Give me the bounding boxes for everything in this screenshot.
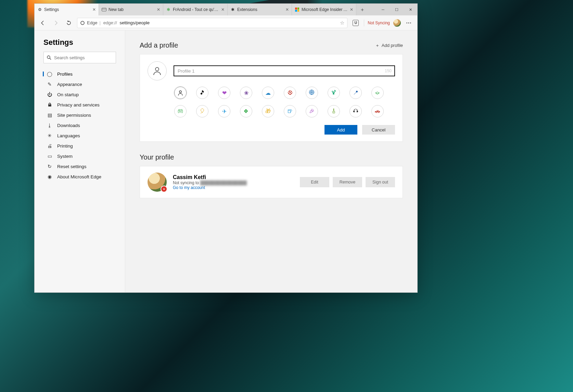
avatar-option-balloons[interactable]: 🎈︎ <box>196 105 208 117</box>
avatar-option-planet[interactable]: 🪐︎ <box>371 87 384 99</box>
profile-actions: Edit Remove Sign out <box>300 177 395 187</box>
download-icon: ⭳ <box>47 123 52 128</box>
go-to-account-link[interactable]: Go to my account <box>173 185 294 190</box>
menu-about[interactable]: ◉About Microsoft Edge <box>35 172 125 182</box>
menu-languages[interactable]: ✳Languages <box>35 130 125 141</box>
separator <box>364 20 364 26</box>
profile-avatar-small[interactable] <box>393 19 401 27</box>
sync-status-label[interactable]: Not Syncing <box>368 21 390 25</box>
menu-downloads[interactable]: ⭳Downloads <box>35 120 125 130</box>
your-profile-section: Your profile Cassim Ketfi Not syncing to… <box>140 153 403 198</box>
lock-icon: 🔒︎ <box>47 102 52 108</box>
paint-icon: ✎ <box>47 81 52 87</box>
leaf-icon: ❃ <box>166 7 171 12</box>
system-icon: ▭ <box>47 153 52 159</box>
search-icon <box>47 55 51 60</box>
tab-extensions[interactable]: ✱ Extensions ✕ <box>228 4 292 15</box>
add-profile-heading: Add a profile <box>140 41 178 49</box>
avatar-option-ball[interactable]: ⚽︎ <box>284 87 296 99</box>
power-icon: ⏻ <box>47 92 52 97</box>
tab-bar: Settings ✕ New tab ✕ ❃ FrAndroid - Tout … <box>35 4 417 15</box>
reset-icon: ↻ <box>47 164 52 169</box>
close-icon[interactable]: ✕ <box>157 7 160 12</box>
remove-button[interactable]: Remove <box>333 177 362 187</box>
menu-reset[interactable]: ↻Reset settings <box>35 161 125 172</box>
url-box[interactable]: Edge | edge://settings/people ☆ <box>77 18 347 28</box>
avatar-option-drink[interactable]: 🍹︎ <box>328 87 340 99</box>
edit-button[interactable]: Edit <box>300 177 329 187</box>
settings-menu: ◯Profiles ✎Appearance ⏻On startup 🔒︎Priv… <box>35 67 125 182</box>
profile-name-input[interactable] <box>174 65 395 76</box>
printer-icon: 🖨︎ <box>47 143 52 149</box>
browser-window: Settings ✕ New tab ✕ ❃ FrAndroid - Tout … <box>34 3 418 293</box>
close-icon[interactable]: ✕ <box>92 7 96 12</box>
close-icon[interactable]: ✕ <box>221 7 225 12</box>
avatar-option-globe[interactable]: 🌐︎ <box>306 87 318 99</box>
menu-appearance[interactable]: ✎Appearance <box>35 79 125 89</box>
tab-label: Settings <box>44 7 90 12</box>
svg-point-1 <box>47 56 50 59</box>
avatar-option-music[interactable]: 🎵︎ <box>196 87 208 99</box>
favorite-icon[interactable]: ☆ <box>340 20 344 26</box>
language-icon: ✳ <box>47 133 52 138</box>
more-menu-button[interactable]: ⋯ <box>404 18 414 28</box>
minimize-button[interactable]: ─ <box>376 4 390 15</box>
menu-privacy[interactable]: 🔒︎Privacy and services <box>35 100 125 110</box>
profile-avatar-large <box>148 173 167 192</box>
signout-button[interactable]: Sign out <box>366 177 395 187</box>
avatar-picker-grid: 🎵︎ ❤︎ ❀ ☁︎ ⚽︎ 🌐︎ 🍹︎ 📍︎ 🪐︎ 🎮︎ 🎈︎ ✈︎ 🍀︎ 🎁︎… <box>174 87 395 117</box>
person-icon: ◯ <box>47 71 52 77</box>
forward-button[interactable] <box>51 18 61 28</box>
svg-point-2 <box>155 67 159 71</box>
tab-frandroid[interactable]: ❃ FrAndroid - Tout ce qu'il fau… ✕ <box>163 4 228 15</box>
avatar-option-headphones[interactable]: 🎧︎ <box>349 105 362 117</box>
avatar-option-car[interactable]: 🚗︎ <box>371 105 384 117</box>
tab-label: Microsoft Edge Insider Addo… <box>302 7 348 12</box>
avatar-option-cloud[interactable]: ☁︎ <box>262 87 274 99</box>
ublock-icon[interactable]: U <box>351 18 360 28</box>
menu-system[interactable]: ▭System <box>35 151 125 161</box>
close-window-button[interactable]: ✕ <box>404 4 417 15</box>
avatar-option-gamepad[interactable]: 🎮︎ <box>174 105 187 117</box>
add-profile-header: Add a profile ＋ Add profile <box>140 41 403 49</box>
add-profile-link[interactable]: ＋ Add profile <box>375 42 403 49</box>
close-icon[interactable]: ✕ <box>285 7 289 12</box>
avatar-option-flower[interactable]: ❀ <box>240 87 252 99</box>
avatar-option-map[interactable]: 📍︎ <box>349 87 362 99</box>
menu-site-permissions[interactable]: ▤Site permissions <box>35 110 125 120</box>
tab-settings[interactable]: Settings ✕ <box>35 4 99 15</box>
new-tab-button[interactable]: ＋ <box>356 4 368 15</box>
avatar-option-person[interactable] <box>174 87 187 99</box>
edge-icon: ◉ <box>47 174 52 179</box>
back-button[interactable] <box>38 18 48 28</box>
avatar-option-leaf[interactable]: 🍀︎ <box>240 105 252 117</box>
maximize-button[interactable]: ☐ <box>390 4 404 15</box>
menu-printing[interactable]: 🖨︎Printing <box>35 141 125 151</box>
search-input[interactable] <box>54 55 113 60</box>
window-controls: ─ ☐ ✕ <box>376 4 417 15</box>
add-button[interactable]: Add <box>324 125 357 135</box>
menu-profiles[interactable]: ◯Profiles <box>35 69 125 79</box>
url-path: settings/people <box>120 20 150 25</box>
tab-label: FrAndroid - Tout ce qu'il fau… <box>173 7 219 12</box>
settings-sidebar: Settings ◯Profiles ✎Appearance ⏻On start… <box>35 30 125 292</box>
search-settings-box[interactable] <box>43 52 116 63</box>
avatar-option-mug[interactable]: 🍺︎ <box>284 105 296 117</box>
avatar-option-plane[interactable]: ✈︎ <box>218 105 230 117</box>
avatar-option-guitar[interactable]: 🎸︎ <box>328 105 340 117</box>
avatar-option-heart[interactable]: ❤︎ <box>218 87 230 99</box>
your-profile-heading: Your profile <box>140 153 174 161</box>
tab-label: Extensions <box>237 7 283 12</box>
avatar-option-confetti[interactable]: 🎉︎ <box>306 105 318 117</box>
close-icon[interactable]: ✕ <box>350 7 353 12</box>
refresh-button[interactable] <box>64 18 74 28</box>
profile-name: Cassim Ketfi <box>173 174 294 180</box>
menu-startup[interactable]: ⏻On startup <box>35 89 125 100</box>
tab-newtab[interactable]: New tab ✕ <box>99 4 163 15</box>
microsoft-icon <box>295 7 300 12</box>
cancel-button[interactable]: Cancel <box>362 125 395 135</box>
newtab-icon <box>102 7 106 12</box>
tab-ms-insider[interactable]: Microsoft Edge Insider Addo… ✕ <box>292 4 356 15</box>
avatar-option-box[interactable]: 🎁︎ <box>262 105 274 117</box>
your-profile-card: Cassim Ketfi Not syncing to ████████████… <box>140 166 403 198</box>
